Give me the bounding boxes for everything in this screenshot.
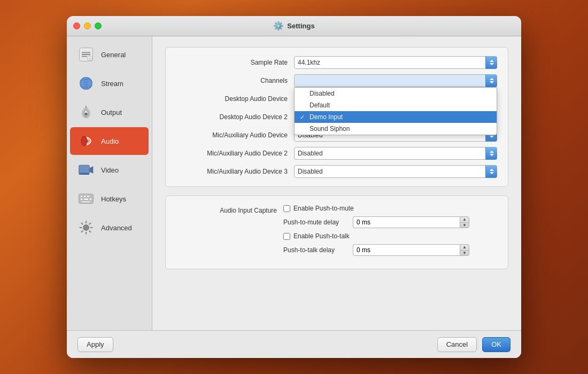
dropdown-label-sound-siphon: Sound Siphon <box>310 125 350 133</box>
ok-button[interactable]: OK <box>482 337 510 352</box>
apply-button[interactable]: Apply <box>78 337 113 352</box>
window-title-group: ⚙️ Settings <box>273 21 314 31</box>
push-to-mute-delay-row: Push-to-mute delay ▲ ▼ <box>283 216 497 228</box>
sample-rate-arrow[interactable] <box>485 56 497 69</box>
svg-rect-21 <box>80 198 82 200</box>
sidebar-item-stream[interactable]: Stream <box>70 69 149 97</box>
dropdown-item-disabled[interactable]: Disabled <box>295 88 497 99</box>
svg-line-31 <box>89 231 91 232</box>
sidebar-label-stream: Stream <box>101 80 123 88</box>
mic-aux-2-label: Mic/Auxiliary Audio Device 2 <box>176 150 294 157</box>
push-to-talk-checkbox[interactable] <box>283 233 290 240</box>
svg-text:✂: ✂ <box>89 57 91 60</box>
window-title: Settings <box>287 22 314 30</box>
arrow-up-icon <box>490 169 494 171</box>
push-to-talk-row: Enable Push-to-talk <box>283 232 497 240</box>
svg-point-25 <box>83 225 89 231</box>
mic-aux-label: Mic/Auxiliary Audio Device <box>176 131 294 139</box>
desktop-audio-2-label: Desktop Audio Device 2 <box>176 113 294 121</box>
svg-line-33 <box>81 231 83 232</box>
mic-aux-3-row: Mic/Auxiliary Audio Device 3 Disabled <box>176 165 497 178</box>
checkmark-demo-input: ✓ <box>300 114 307 121</box>
svg-rect-23 <box>89 198 91 200</box>
svg-rect-20 <box>87 196 89 198</box>
push-to-talk-label: Enable Push-to-talk <box>293 232 350 240</box>
footer: Apply Cancel OK <box>67 330 521 358</box>
svg-rect-22 <box>84 198 89 200</box>
dropdown-label-default: Default <box>310 102 330 109</box>
svg-point-12 <box>81 136 87 146</box>
advanced-icon <box>76 218 96 237</box>
push-to-talk-delay-control: ▲ ▼ <box>353 244 469 256</box>
mic-aux-3-select[interactable]: Disabled <box>294 165 497 178</box>
stepper-down-icon[interactable]: ▼ <box>460 251 469 256</box>
sidebar-item-video[interactable]: Video <box>70 156 149 184</box>
capture-header-row: Audio Input Capture Enable Push-to-mute … <box>176 205 497 260</box>
sidebar-label-general: General <box>101 51 126 59</box>
window-body: ✂ General Stream <box>67 36 521 330</box>
settings-icon: ⚙️ <box>273 21 284 31</box>
svg-rect-16 <box>81 174 89 175</box>
arrow-down-icon <box>490 81 494 83</box>
output-icon <box>76 103 96 122</box>
sample-rate-row: Sample Rate 44.1khz <box>176 56 497 69</box>
svg-rect-19 <box>84 196 86 198</box>
push-to-talk-delay-input[interactable] <box>353 244 460 256</box>
arrow-up-icon <box>490 78 494 80</box>
push-to-mute-label: Enable Push-to-mute <box>293 205 354 212</box>
capture-section: Audio Input Capture Enable Push-to-mute … <box>165 196 508 269</box>
dropdown-item-sound-siphon[interactable]: Sound Siphon <box>295 123 497 135</box>
channels-row: Channels Disabled <box>176 74 497 87</box>
settings-window: ⚙️ Settings ✂ General <box>67 16 521 358</box>
mic-aux-3-label: Mic/Auxiliary Audio Device 3 <box>176 168 294 175</box>
capture-content: Enable Push-to-mute Push-to-mute delay ▲… <box>283 205 497 260</box>
sample-rate-select[interactable]: 44.1khz <box>294 56 497 69</box>
channels-dropdown[interactable]: Disabled Default ✓ Demo Input <box>294 87 497 135</box>
arrow-down-icon <box>490 172 494 174</box>
sidebar-item-audio[interactable]: Audio <box>70 127 149 155</box>
close-button[interactable] <box>73 22 80 29</box>
sidebar-label-hotkeys: Hotkeys <box>101 195 126 203</box>
channels-arrow[interactable] <box>485 74 497 87</box>
sidebar-item-advanced[interactable]: Advanced <box>70 214 149 241</box>
stepper-up-icon[interactable]: ▲ <box>460 217 469 223</box>
channels-select[interactable] <box>294 74 497 87</box>
svg-line-32 <box>89 223 91 224</box>
sidebar-label-output: Output <box>101 108 122 116</box>
svg-point-10 <box>84 113 87 115</box>
footer-right-buttons: Cancel OK <box>437 337 510 352</box>
cancel-button[interactable]: Cancel <box>437 337 477 352</box>
push-to-mute-delay-input[interactable] <box>353 216 460 228</box>
dropdown-label-demo-input: Demo Input <box>310 113 343 121</box>
stepper-down-icon[interactable]: ▼ <box>460 223 469 228</box>
stepper-up-icon[interactable]: ▲ <box>460 245 469 251</box>
push-to-mute-delay-control: ▲ ▼ <box>353 216 469 228</box>
stream-icon <box>76 74 96 93</box>
dropdown-item-demo-input[interactable]: ✓ Demo Input <box>295 111 497 123</box>
push-to-mute-checkbox[interactable] <box>283 205 290 212</box>
minimize-button[interactable] <box>84 22 91 29</box>
mic-aux-2-select[interactable]: Disabled <box>294 147 497 160</box>
desktop-audio-label: Desktop Audio Device <box>176 95 294 103</box>
mic-aux-2-row: Mic/Auxiliary Audio Device 2 Disabled <box>176 147 497 160</box>
audio-settings-section: Sample Rate 44.1khz Channels <box>165 47 508 187</box>
maximize-button[interactable] <box>95 22 102 29</box>
capture-section-label: Audio Input Capture <box>176 205 283 214</box>
push-to-talk-stepper[interactable]: ▲ ▼ <box>460 244 469 256</box>
mic-aux-3-arrow[interactable] <box>485 165 497 178</box>
arrow-down-icon <box>490 63 494 65</box>
push-to-mute-row: Enable Push-to-mute <box>283 205 497 212</box>
svg-marker-15 <box>89 166 93 174</box>
push-to-mute-delay-label: Push-to-mute delay <box>283 219 353 226</box>
sidebar-item-hotkeys[interactable]: Hotkeys <box>70 185 149 213</box>
sidebar-label-video: Video <box>101 166 119 174</box>
arrow-up-icon <box>490 60 494 62</box>
sidebar-item-general[interactable]: ✂ General <box>70 41 149 68</box>
arrow-down-icon <box>490 136 494 138</box>
traffic-lights <box>73 22 102 29</box>
mic-aux-2-arrow[interactable] <box>485 147 497 160</box>
svg-line-30 <box>81 223 83 224</box>
dropdown-item-default[interactable]: Default <box>295 99 497 111</box>
sidebar-item-output[interactable]: Output <box>70 98 149 126</box>
push-to-mute-stepper[interactable]: ▲ ▼ <box>460 216 469 228</box>
